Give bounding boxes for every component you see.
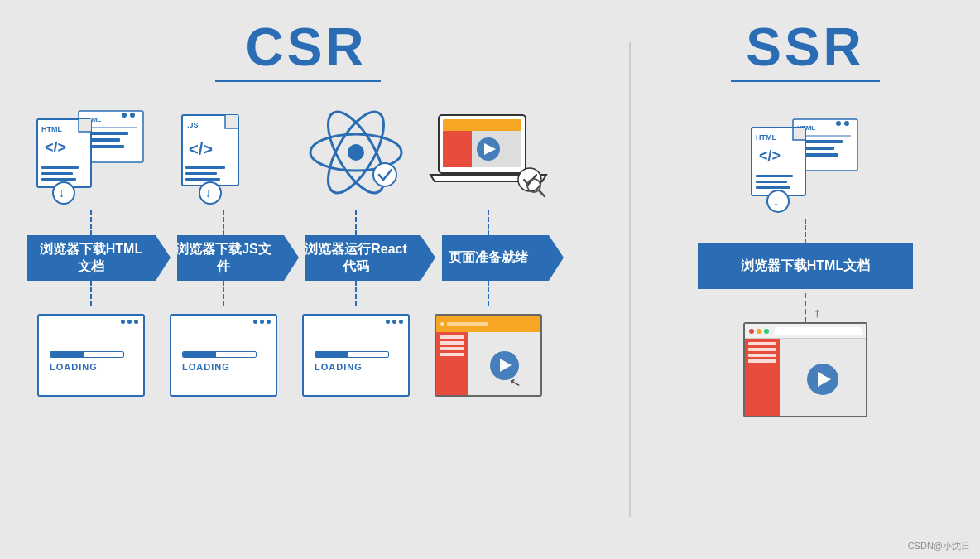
svg-rect-12 (41, 166, 79, 169)
csr-step-label-4: 页面准备就绪 (429, 235, 549, 281)
ssr-cursor: ↑ (814, 306, 820, 320)
loading-screen-1: LOADING (37, 314, 145, 397)
ssr-html-icon: HTML HTML </> (747, 115, 863, 214)
loading-text-1: LOADING (50, 362, 137, 372)
arrow-down-2b (223, 281, 224, 306)
sidebar-line (440, 335, 464, 339)
sidebar-line (748, 359, 776, 363)
html-icon-area: HTML HTML </> (25, 103, 157, 210)
svg-marker-50 (793, 128, 805, 140)
dot (253, 320, 257, 324)
arrow-down-3b (355, 281, 357, 306)
page-main (468, 332, 540, 397)
bottom-3: LOADING (290, 306, 422, 405)
svg-rect-55 (756, 186, 790, 189)
sidebar-line (748, 354, 776, 357)
svg-text:HTML: HTML (41, 125, 62, 133)
page-header-bar (436, 316, 540, 332)
page-sidebar (436, 332, 468, 397)
csr-flow: HTML HTML </> (17, 103, 629, 405)
sidebar-line (440, 347, 464, 350)
ssr-flow: HTML HTML </> (647, 103, 963, 417)
ssr-page-body (745, 339, 866, 417)
loading-bar-track-3 (315, 351, 389, 358)
sidebar-line (748, 348, 776, 351)
dot (386, 320, 390, 324)
svg-text:↓: ↓ (205, 186, 211, 200)
laptop-icon (426, 107, 550, 206)
sidebar-line (440, 353, 464, 356)
csr-title: CSR (17, 17, 596, 78)
loading-text-3: LOADING (315, 362, 401, 372)
page-body (436, 332, 540, 397)
loading-bar-area-1: LOADING (50, 351, 137, 372)
ssr-page-main (780, 339, 866, 417)
loading-bar-track-1 (50, 351, 124, 358)
js-icon-area: .JS </> ↓ (157, 103, 290, 210)
loading-bar-fill-1 (50, 352, 84, 357)
header-dot (440, 322, 444, 326)
svg-line-40 (539, 190, 545, 196)
browser-chrome (745, 324, 866, 339)
ssr-underline (731, 80, 880, 82)
svg-text:↓: ↓ (773, 195, 779, 208)
csr-step-4: 页面准备就绪 (422, 103, 555, 405)
loading-bar-area-3: LOADING (315, 351, 401, 372)
csr-step-label-2: 浏览器下载JS文件 (164, 235, 284, 281)
ssr-icon-area: HTML HTML </> (743, 111, 867, 219)
bottom-2: LOADING (157, 306, 290, 405)
svg-point-6 (130, 113, 135, 118)
svg-rect-33 (443, 119, 521, 131)
svg-point-7 (122, 113, 127, 118)
ssr-title: SSR (647, 17, 963, 78)
js-file-icon: .JS </> ↓ (174, 107, 273, 206)
bottom-1: LOADING (25, 306, 157, 405)
ssr-step-box: 浏览器下载HTML文档 (698, 243, 913, 289)
loading-bar-fill-2 (183, 352, 216, 357)
svg-rect-53 (756, 175, 793, 177)
ssr-cursor-area: ↑ (698, 289, 913, 322)
dot (392, 320, 396, 324)
ssr-arrow-down-2 (805, 293, 806, 322)
svg-text:</>: </> (189, 140, 213, 158)
svg-rect-54 (756, 181, 787, 183)
sidebar-line (748, 342, 776, 345)
csr-step-3: 浏览器运行React代码 LOAD (290, 103, 422, 405)
svg-rect-23 (185, 178, 220, 181)
svg-point-30 (373, 163, 396, 186)
dot (267, 320, 271, 324)
loading-bar-area-2: LOADING (182, 351, 269, 372)
csr-step-label-3: 浏览器运行React代码 (292, 235, 420, 281)
arrow-down-4 (488, 210, 489, 235)
dot (260, 320, 264, 324)
ssr-section: SSR HTML HTML (631, 0, 980, 559)
csr-section: CSR HTML (0, 0, 629, 559)
arrow-down-1 (90, 210, 92, 235)
ssr-page-ready (743, 322, 867, 417)
svg-rect-34 (443, 131, 472, 167)
csr-underline (215, 80, 381, 82)
loading-dots-1 (121, 320, 138, 324)
loading-dots-3 (386, 320, 403, 324)
ssr-arrow-down (805, 219, 806, 243)
svg-rect-21 (185, 166, 225, 169)
svg-marker-9 (79, 119, 91, 132)
csr-step-1: HTML HTML </> (25, 103, 157, 405)
csr-step-label-1: 浏览器下载HTML文档 (27, 235, 156, 281)
ssr-play-triangle (818, 372, 831, 387)
dot (121, 320, 125, 324)
chrome-btn-g (764, 329, 769, 334)
react-icon (302, 107, 410, 206)
svg-text:↓: ↓ (59, 186, 65, 200)
react-icon-area (290, 103, 422, 210)
play-triangle (500, 359, 512, 372)
loading-text-2: LOADING (182, 362, 269, 372)
svg-text:.JS: .JS (187, 121, 199, 129)
main-container: CSR HTML (0, 0, 980, 559)
dot (134, 320, 138, 324)
page-ready-screen-csr: ↖ (435, 314, 542, 397)
html-file-icon: HTML HTML </> (33, 107, 149, 206)
svg-rect-13 (41, 172, 73, 175)
laptop-icon-area (422, 103, 555, 210)
loading-screen-2: LOADING (170, 314, 277, 397)
